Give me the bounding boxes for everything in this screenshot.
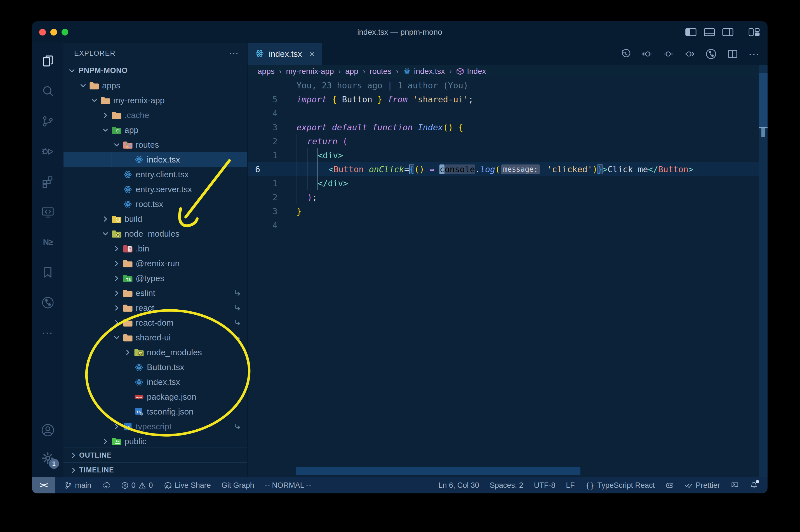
tree-item-my-remix-app[interactable]: my-remix-app: [63, 93, 247, 108]
breadcrumb-app[interactable]: app: [345, 67, 358, 76]
chevron-down-icon[interactable]: [67, 66, 77, 75]
tree-item-routes[interactable]: routes: [63, 137, 247, 152]
activity-search-icon[interactable]: [40, 83, 56, 99]
chevron-right-icon[interactable]: [123, 348, 133, 357]
line-number[interactable]: 2: [248, 136, 278, 146]
chevron-down-icon[interactable]: [78, 81, 88, 90]
tree-item-apps[interactable]: apps: [63, 78, 247, 93]
code-editor[interactable]: You, 23 hours ago | 1 author (You)5impor…: [248, 78, 767, 477]
chevron-right-icon[interactable]: [112, 304, 122, 312]
code-line-4[interactable]: 4: [248, 218, 767, 232]
tree-item-pnpm-mono[interactable]: PNPM-MONO: [63, 63, 247, 78]
code-line-3[interactable]: 3export default function Index() {: [248, 120, 767, 134]
tab-index-tsx[interactable]: index.tsx ×: [248, 43, 322, 65]
status-cursor-position[interactable]: Ln 6, Col 30: [438, 481, 479, 490]
code-line-3[interactable]: 3}: [248, 204, 767, 218]
sidebar-more-actions-icon[interactable]: ⋯: [229, 48, 239, 59]
status-git-graph[interactable]: Git Graph: [222, 481, 254, 490]
chevron-right-icon[interactable]: [100, 437, 111, 445]
vertical-scrollbar[interactable]: [759, 65, 767, 477]
tree-item--bin[interactable]: 0110.bin: [63, 241, 247, 256]
tree-item-typescript[interactable]: TStypescript: [63, 419, 247, 434]
tree-item-react[interactable]: react: [63, 300, 247, 315]
tree-item-tsconfig-json[interactable]: TStsconfig.json: [63, 404, 247, 419]
chevron-right-icon[interactable]: [100, 215, 111, 223]
line-number[interactable]: 6: [248, 165, 278, 174]
panel-outline[interactable]: OUTLINE: [63, 448, 247, 462]
tree-item-build[interactable]: build: [63, 211, 247, 226]
toggle-panel-icon[interactable]: [704, 28, 715, 36]
chevron-down-icon[interactable]: [100, 230, 111, 238]
chevron-down-icon[interactable]: [112, 334, 122, 342]
line-number[interactable]: 1: [248, 151, 278, 160]
horizontal-scrollbar[interactable]: [296, 467, 580, 475]
line-number[interactable]: 3: [248, 206, 278, 216]
previous-change-icon[interactable]: [642, 49, 653, 60]
git-blame-annotation[interactable]: You, 23 hours ago | 1 author (You): [248, 78, 767, 92]
status-feedback[interactable]: [731, 481, 739, 490]
chevron-right-icon[interactable]: [112, 319, 122, 327]
chevron-right-icon[interactable]: [112, 422, 122, 431]
status-branch[interactable]: main: [64, 481, 92, 490]
remote-indicator[interactable]: ><: [32, 477, 55, 493]
status-vim-mode[interactable]: -- NORMAL --: [265, 481, 311, 490]
line-number[interactable]: 1: [248, 178, 278, 188]
code-line-2[interactable]: 2return (: [248, 134, 767, 148]
gitlens-icon[interactable]: [705, 48, 717, 60]
status-notifications[interactable]: [750, 481, 758, 490]
tree-item-index-tsx[interactable]: index.tsx: [63, 375, 247, 390]
tree-item--cache[interactable]: .cache: [63, 108, 247, 122]
next-change-icon[interactable]: [684, 49, 695, 60]
code-line-1[interactable]: 1</div>: [248, 176, 767, 190]
activity-remote-explorer-icon[interactable]: [40, 204, 56, 220]
status-problems[interactable]: 00: [121, 481, 153, 490]
code-line-5[interactable]: 5import { Button } from 'shared-ui';: [248, 92, 767, 106]
status-sync[interactable]: [102, 481, 111, 490]
activity-explorer-icon[interactable]: [40, 53, 56, 69]
tree-item-package-json[interactable]: npmpackage.json: [63, 390, 247, 404]
chevron-right-icon[interactable]: [112, 289, 122, 297]
tree-item-index-tsx[interactable]: index.tsx: [63, 152, 247, 167]
toggle-primary-sidebar-icon[interactable]: [685, 28, 697, 36]
chevron-down-icon[interactable]: [112, 141, 122, 149]
breadcrumb-routes[interactable]: routes: [370, 67, 392, 76]
status-indentation[interactable]: Spaces: 2: [490, 481, 523, 490]
tree-item-node-modules[interactable]: JSnode_modules: [63, 345, 247, 360]
tree-item-react-dom[interactable]: react-dom: [63, 315, 247, 330]
tree-item-node-modules[interactable]: JSnode_modules: [63, 226, 247, 241]
tree-item-entry-client-tsx[interactable]: entry.client.tsx: [63, 167, 247, 182]
chevron-right-icon[interactable]: [112, 259, 122, 268]
activity-settings-icon[interactable]: 1: [40, 450, 56, 466]
close-tab-icon[interactable]: ×: [309, 49, 315, 60]
breadcrumb-index-tsx[interactable]: index.tsx: [403, 67, 445, 76]
status-eol[interactable]: LF: [566, 481, 575, 490]
chevron-down-icon[interactable]: [100, 126, 111, 134]
changes-icon[interactable]: [663, 49, 674, 60]
line-number[interactable]: 4: [248, 221, 278, 230]
status-language-mode[interactable]: {}TypeScript React: [586, 481, 655, 490]
code-line-4[interactable]: 4: [248, 106, 767, 120]
activity-gitlens-icon[interactable]: [40, 295, 56, 310]
status-encoding[interactable]: UTF-8: [534, 481, 555, 490]
code-line-6[interactable]: 6<Button onClick={() ⇒ console.log(messa…: [248, 162, 767, 176]
customize-layout-icon[interactable]: [748, 28, 760, 36]
more-actions-icon[interactable]: ⋯: [748, 48, 760, 60]
activity-additional-views-icon[interactable]: ⋯: [40, 325, 56, 341]
code-line-1[interactable]: 1<div>: [248, 148, 767, 162]
status-live-share[interactable]: Live Share: [164, 481, 211, 490]
tree-item-app[interactable]: app: [63, 122, 247, 137]
chevron-right-icon[interactable]: [112, 274, 122, 283]
activity-extensions-icon[interactable]: [40, 174, 56, 190]
code-line-2[interactable]: 2);: [248, 190, 767, 204]
activity-bookmarks-icon[interactable]: [40, 265, 56, 280]
status-copilot[interactable]: [665, 481, 674, 490]
breadcrumb-index[interactable]: Index: [456, 67, 486, 76]
line-number[interactable]: 3: [248, 122, 278, 132]
line-number[interactable]: 4: [248, 109, 278, 118]
chevron-right-icon[interactable]: [112, 245, 122, 253]
vertical-scrollbar-slider[interactable]: [759, 73, 767, 128]
activity-nx-console-icon[interactable]: N≥: [40, 234, 56, 250]
chevron-down-icon[interactable]: [89, 96, 99, 104]
activity-source-control-icon[interactable]: [40, 114, 56, 129]
line-number[interactable]: 5: [248, 95, 278, 104]
